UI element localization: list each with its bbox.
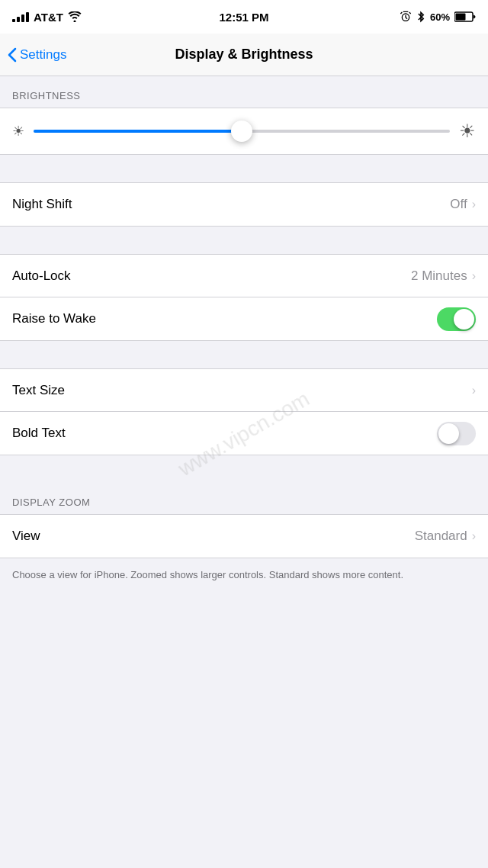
view-chevron-icon: ›	[472, 529, 476, 543]
brightness-high-icon: ☀	[459, 121, 476, 142]
bluetooth-icon	[416, 11, 425, 23]
night-shift-group: Night Shift Off ›	[0, 182, 488, 227]
auto-lock-right: 2 Minutes ›	[411, 268, 476, 284]
back-button[interactable]: Settings	[8, 47, 66, 63]
signal-icon	[12, 12, 29, 22]
brightness-row: ☀ ☀	[0, 108, 488, 155]
auto-lock-label: Auto-Lock	[12, 268, 71, 284]
raise-to-wake-label: Raise to Wake	[12, 311, 96, 326]
view-right: Standard ›	[415, 529, 476, 544]
status-time: 12:51 PM	[219, 11, 268, 24]
night-shift-label: Night Shift	[12, 197, 72, 212]
slider-fill	[34, 130, 242, 133]
svg-rect-2	[456, 14, 466, 21]
text-size-label: Text Size	[12, 383, 65, 398]
brightness-slider[interactable]	[34, 130, 450, 133]
back-label: Settings	[20, 47, 66, 63]
text-size-row[interactable]: Text Size ›	[0, 369, 488, 412]
slider-thumb[interactable]	[231, 121, 252, 142]
view-label: View	[12, 529, 40, 544]
toggle-knob	[454, 309, 474, 330]
auto-lock-row[interactable]: Auto-Lock 2 Minutes ›	[0, 255, 488, 297]
night-shift-row[interactable]: Night Shift Off ›	[0, 183, 488, 226]
bold-text-toggle[interactable]	[437, 422, 476, 445]
brightness-label: BRIGHTNESS	[0, 76, 488, 108]
bold-text-label: Bold Text	[12, 426, 66, 441]
text-size-chevron-icon: ›	[472, 384, 476, 397]
display-zoom-label: DISPLAY ZOOM	[0, 483, 488, 514]
nav-bar: Settings Display & Brightness	[0, 34, 488, 76]
spacer-3	[0, 341, 488, 368]
brightness-section: BRIGHTNESS ☀ ☀	[0, 76, 488, 155]
back-chevron-icon	[8, 47, 17, 63]
text-size-right: ›	[472, 384, 476, 397]
raise-to-wake-toggle[interactable]	[437, 307, 476, 331]
spacer-2	[0, 227, 488, 254]
view-row[interactable]: View Standard ›	[0, 515, 488, 558]
display-zoom-footer: Choose a view for iPhone. Zoomed shows l…	[0, 558, 488, 592]
bold-text-row: Bold Text	[0, 412, 488, 455]
status-right: 60%	[400, 11, 476, 23]
text-group: Text Size › Bold Text	[0, 368, 488, 455]
battery-label: 60%	[430, 11, 450, 23]
display-zoom-group: View Standard ›	[0, 514, 488, 558]
page-title: Display & Brightness	[175, 47, 313, 63]
raise-to-wake-row: Raise to Wake	[0, 297, 488, 340]
status-bar: AT&T 12:51 PM 60%	[0, 0, 488, 34]
carrier-label: AT&T	[34, 11, 63, 24]
lock-wake-group: Auto-Lock 2 Minutes › Raise to Wake	[0, 254, 488, 341]
spacer-4	[0, 455, 488, 483]
auto-lock-value: 2 Minutes	[411, 268, 467, 284]
view-value: Standard	[415, 529, 467, 544]
status-left: AT&T	[12, 11, 82, 24]
night-shift-chevron-icon: ›	[472, 198, 476, 211]
spacer-1	[0, 155, 488, 182]
night-shift-value: Off	[450, 197, 467, 212]
night-shift-right: Off ›	[450, 197, 476, 212]
display-zoom-section: DISPLAY ZOOM View Standard › Choose a vi…	[0, 483, 488, 592]
battery-icon	[454, 11, 476, 22]
alarm-icon	[400, 11, 412, 23]
wifi-icon	[68, 11, 82, 22]
auto-lock-chevron-icon: ›	[472, 269, 476, 283]
brightness-low-icon: ☀	[12, 123, 24, 140]
bold-text-toggle-knob	[438, 423, 459, 444]
